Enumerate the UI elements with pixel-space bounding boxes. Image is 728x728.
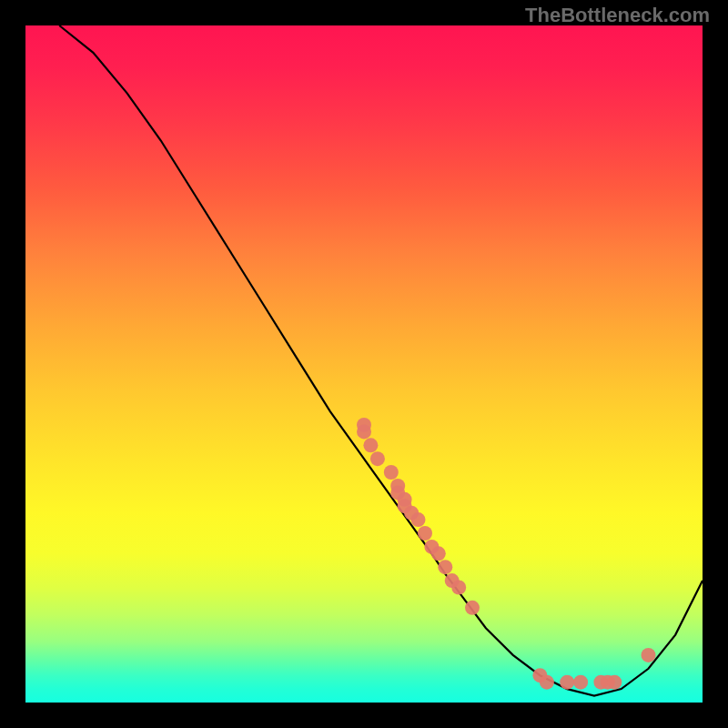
data-point: [370, 451, 385, 466]
chart-overlay: [25, 25, 703, 703]
data-point: [573, 675, 588, 690]
data-point: [540, 675, 554, 690]
data-point: [465, 601, 480, 615]
data-point: [451, 581, 466, 595]
data-point: [411, 512, 426, 527]
data-point: [438, 560, 452, 574]
data-point: [642, 648, 656, 662]
data-point: [431, 546, 446, 561]
data-point: [384, 465, 399, 480]
data-point: [363, 438, 378, 452]
data-point: [560, 675, 574, 690]
watermark-text: TheBottleneck.com: [525, 4, 710, 27]
plot-area: [25, 25, 703, 703]
data-point: [607, 675, 622, 690]
bottleneck-curve: [59, 25, 703, 696]
data-point: [357, 424, 371, 439]
data-point: [418, 526, 432, 541]
